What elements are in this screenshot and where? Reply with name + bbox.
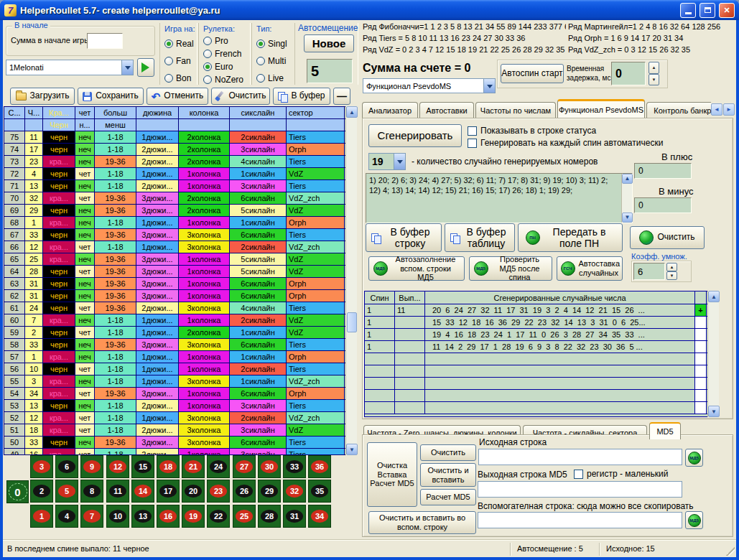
board-cell-24[interactable]: 24 [207,455,230,478]
radio-option-multi[interactable]: Multi [256,56,294,66]
play-button[interactable] [137,58,154,77]
table-row[interactable]: 7032кра...чет19-363дюжи...2колонка6сикла… [4,192,356,205]
table-row[interactable]: 724чернчет1-181дюжи...1колонка1сиклайнVd… [4,168,356,180]
spinner-up-icon[interactable]: ▲ [666,263,677,271]
bottom-tab-3[interactable]: MD5 [649,422,681,439]
radio-icon[interactable] [164,39,173,48]
checkbox-icon[interactable] [468,126,477,136]
chevron-down-icon[interactable] [483,79,495,93]
calc-md5-icon-button[interactable]: МД5 [685,449,703,467]
board-cell-31[interactable]: 31 [283,505,306,528]
board-cell-zero[interactable]: 0 [6,480,29,503]
board-cell-4[interactable]: 4 [55,505,78,528]
spin-table-scrollbar[interactable]: ▲ ▼ [707,291,719,417]
spin-table-row[interactable] [365,365,718,378]
table-row[interactable]: 553кра...неч1-181дюжи...3колонка1сиклайн… [4,375,356,388]
spin-table-row[interactable]: 111 14 2 29 17 1 28 19 6 9 3 8 22 32 23 … [365,341,718,353]
table-row[interactable]: 6428чернчет19-363дюжи...1колонка5сиклайн… [4,266,356,278]
board-cell-21[interactable]: 21 [182,455,205,478]
table-row[interactable]: 5434кра...чет19-363дюжи...1колонка6сикла… [4,388,356,400]
table-row[interactable]: 5212кра...чет1-181дюжи...3колонка2сиклай… [4,412,356,424]
buffer-table-button[interactable]: В буфер таблицу [445,223,515,252]
output-string-input[interactable] [478,481,682,498]
chevron-down-icon[interactable] [121,60,133,75]
chevron-down-icon[interactable] [394,154,405,169]
md5-clear-paste-button[interactable]: Очистить и вставить [420,463,476,487]
check-md5-button[interactable]: МД5Проверить МД5 после спина [469,256,552,281]
start-sum-input[interactable] [87,33,123,49]
radio-option-live[interactable]: Live [256,73,294,83]
board-cell-36[interactable]: 36 [308,455,331,478]
md5-clear-button[interactable]: Очистить [420,444,476,461]
autofill-md5-button[interactable]: МД5Автозаполнение вспом. строки МД5 [368,256,465,281]
coef-spinner[interactable]: ▲ ▼ [666,263,677,280]
buffer-row-button[interactable]: В буфер строку [366,223,442,252]
spin-table-row[interactable] [365,378,718,390]
table-row[interactable]: 7323кра...неч19-362дюжи...2колонка4сикла… [4,156,356,168]
table-row[interactable]: 5313черннеч1-182дюжи...1колонка3сиклайнT… [4,400,356,412]
history-scroll-thumb[interactable] [347,312,357,332]
history-scrollbar[interactable]: ▲ ▼ [345,106,357,455]
table-row[interactable]: 6733черннеч19-363дюжи...3колонка6сиклайн… [4,229,356,241]
board-cell-10[interactable]: 10 [106,505,129,528]
board-cell-16[interactable]: 16 [157,505,180,528]
board-cell-12[interactable]: 12 [106,455,129,478]
board-cell-1[interactable]: 1 [30,505,53,528]
checkbox-icon[interactable] [574,470,583,479]
delay-spinner[interactable]: ▲ ▼ [649,62,659,85]
load-button[interactable]: Загрузить [10,88,75,105]
board-cell-17[interactable]: 17 [157,480,180,503]
radio-icon[interactable] [203,50,212,58]
board-cell-32[interactable]: 32 [283,480,306,503]
table-row[interactable]: 607кра...неч1-181дюжи...1колонка2сиклайн… [4,314,356,327]
board-cell-28[interactable]: 28 [258,505,281,528]
radio-option-real[interactable]: Real [164,39,197,49]
minus-field[interactable]: 0 [634,197,692,213]
transfer-pn-button[interactable]: ПНПередать в поле ПН [518,223,623,252]
board-cell-26[interactable]: 26 [233,480,256,503]
board-cell-25[interactable]: 25 [233,505,256,528]
checkbox-icon[interactable] [468,139,477,148]
board-cell-33[interactable]: 33 [283,455,306,478]
new-button[interactable]: Новое [304,34,354,52]
tab-1[interactable]: Анализатор [362,102,418,118]
close-button[interactable]: ✕ [719,3,735,18]
minimize-button[interactable] [680,3,696,18]
autobet-button[interactable]: ГСЧАвтоставка случайных [557,256,623,281]
radio-icon[interactable] [256,39,265,48]
tab-4[interactable]: Функционал PsevdoMS [557,99,645,118]
spin-table-row[interactable]: 119 4 16 18 23 24 1 17 11 0 26 3 28 27 3… [365,329,718,341]
register-checkbox-row[interactable]: регистр - маленький [574,469,668,479]
radio-icon[interactable] [203,75,212,84]
radio-option-pro[interactable]: Pro [203,36,250,46]
radio-option-fan[interactable]: Fan [164,56,197,66]
table-row[interactable]: 6231черннеч19-363дюжи...1колонка6сиклайн… [4,290,356,302]
scroll-up-icon[interactable]: ▲ [622,174,633,184]
radio-icon[interactable] [164,57,173,65]
board-cell-34[interactable]: 34 [308,505,331,528]
board-cell-20[interactable]: 20 [182,480,205,503]
table-row[interactable]: 5610чернчет1-181дюжи...1колонка2сиклайнT… [4,363,356,375]
board-cell-7[interactable]: 7 [80,505,103,528]
clear-paste-calc-button[interactable]: Очистка Вставка Расчет MD5 [367,442,417,507]
board-cell-11[interactable]: 11 [106,480,129,503]
clear-button[interactable]: Очистить [211,88,270,105]
board-cell-6[interactable]: 6 [55,455,78,478]
generate-button[interactable]: Сгенерировать [368,124,462,147]
radio-icon[interactable] [203,37,212,45]
board-cell-14[interactable]: 14 [131,480,154,503]
radio-icon[interactable] [256,57,265,65]
radio-icon[interactable] [256,74,265,83]
board-cell-5[interactable]: 5 [55,480,78,503]
table-row[interactable]: 7417черннеч1-182дюжи...2колонка3сиклайнO… [4,144,356,156]
scroll-down-icon[interactable]: ▼ [708,406,720,417]
table-row[interactable]: 5033черннеч19-363дюжи...3колонка6сиклайн… [4,437,356,449]
spin-table-row[interactable] [365,353,718,365]
tab-scroll-right-icon[interactable]: ► [723,103,735,116]
source-string-input[interactable] [478,449,682,465]
tab-scroll-left-icon[interactable]: ◄ [711,103,722,116]
titlebar[interactable]: 7 HelperRoullet 5.7- create helperroulle… [0,0,739,20]
save-button[interactable]: Сохранить [78,88,144,105]
clear-paste-aux-button[interactable]: Очистить и вставить во вспом. строку [368,511,476,534]
radio-option-bon[interactable]: Bon [164,73,197,83]
